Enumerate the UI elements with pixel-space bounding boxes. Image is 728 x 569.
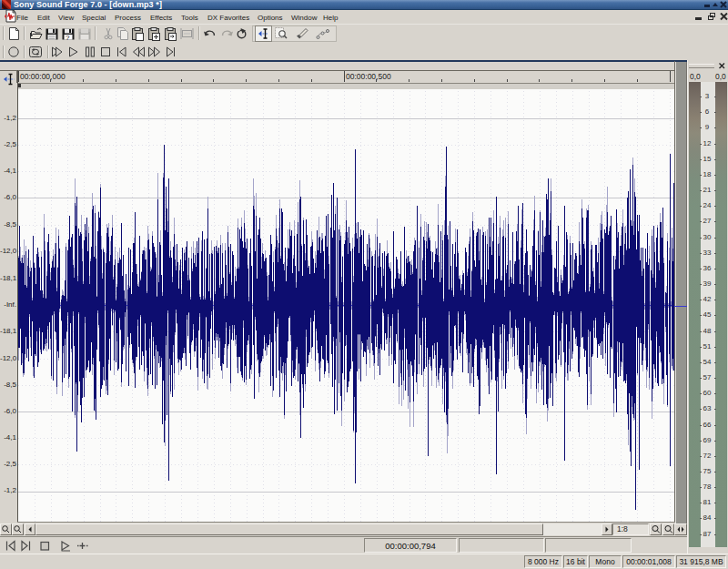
svg-text:?: ?	[66, 34, 70, 42]
